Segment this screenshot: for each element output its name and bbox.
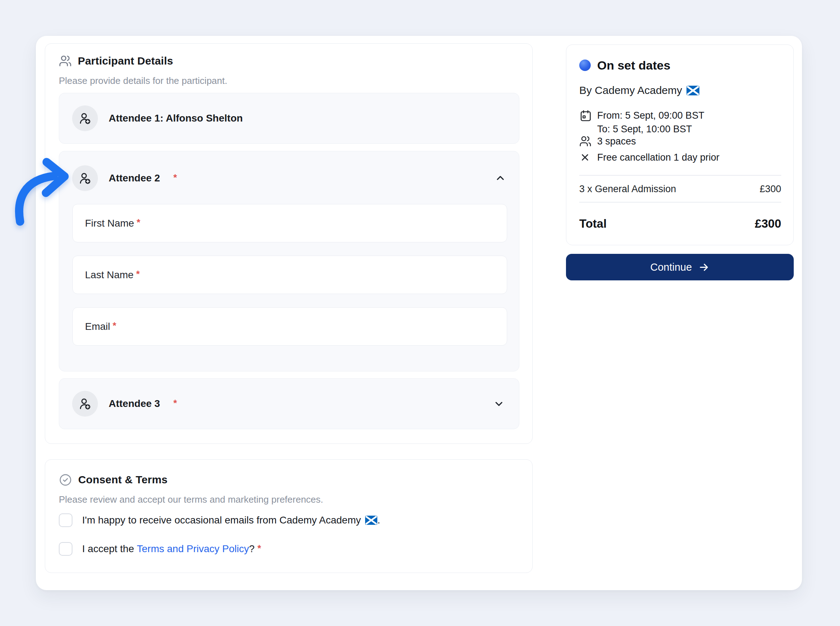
first-name-field[interactable]: First Name * bbox=[72, 204, 507, 243]
user-plus-icon bbox=[72, 391, 98, 416]
required-asterisk: * bbox=[136, 269, 139, 280]
attendee-1-row[interactable]: Attendee 1: Alfonso Shelton bbox=[59, 93, 519, 144]
terms-label-suffix: ? bbox=[249, 543, 257, 555]
users-icon bbox=[59, 55, 72, 67]
total-label: Total bbox=[579, 217, 606, 230]
spaces-text: 3 spaces bbox=[597, 135, 636, 148]
total-price: £300 bbox=[755, 217, 781, 230]
attendee-2-label: Attendee 2 bbox=[109, 172, 160, 184]
line-item-label: 3 x General Admission bbox=[579, 183, 676, 195]
arrow-right-icon bbox=[698, 262, 710, 273]
attendee-2-header[interactable]: Attendee 2 * bbox=[72, 165, 506, 191]
terms-consent-row: I accept the Terms and Privacy Policy? * bbox=[59, 541, 261, 556]
attendee-1-label: Attendee 1: Alfonso Shelton bbox=[109, 113, 243, 124]
event-date-from: From: 5 Sept, 09:00 BST bbox=[597, 109, 704, 122]
chevron-down-icon[interactable] bbox=[493, 398, 505, 410]
attendee-3-label: Attendee 3 bbox=[109, 398, 160, 410]
consent-terms-title: Consent & Terms bbox=[78, 474, 168, 486]
required-asterisk: * bbox=[257, 543, 261, 554]
participant-details-title: Participant Details bbox=[78, 55, 173, 67]
chevron-up-icon[interactable] bbox=[495, 172, 506, 184]
attendee-3-row[interactable]: Attendee 3 * bbox=[59, 378, 519, 429]
user-plus-icon bbox=[72, 165, 98, 191]
organizer-name: By Cademy Academy bbox=[579, 84, 682, 97]
event-date-to: To: 5 Sept, 10:00 BST bbox=[597, 122, 704, 136]
marketing-checkbox[interactable] bbox=[59, 513, 72, 527]
email-label: Email bbox=[85, 321, 110, 332]
curved-arrow-icon bbox=[6, 149, 75, 235]
required-asterisk: * bbox=[173, 398, 177, 409]
last-name-label: Last Name bbox=[85, 269, 133, 281]
users-icon bbox=[579, 135, 591, 147]
event-dates: From: 5 Sept, 09:00 BST To: 5 Sept, 10:0… bbox=[597, 109, 704, 136]
required-asterisk: * bbox=[173, 172, 177, 183]
organizer-line: By Cademy Academy bbox=[579, 83, 699, 97]
participant-details-section: Participant Details Please provide detai… bbox=[45, 43, 533, 444]
event-summary-card: On set dates By Cademy Academy From: 5 S… bbox=[566, 44, 794, 245]
marketing-consent-row: I'm happy to receive occasional emails f… bbox=[59, 513, 380, 528]
x-icon bbox=[579, 152, 591, 163]
required-asterisk: * bbox=[113, 320, 116, 331]
terms-label-prefix: I accept the bbox=[82, 543, 137, 555]
event-title-row: On set dates bbox=[579, 58, 670, 73]
divider bbox=[579, 175, 781, 176]
circle-check-icon bbox=[59, 473, 72, 487]
continue-button[interactable]: Continue bbox=[566, 254, 794, 280]
scotland-flag-icon bbox=[686, 86, 699, 95]
terms-privacy-link[interactable]: Terms and Privacy Policy bbox=[137, 543, 249, 555]
marketing-label: I'm happy to receive occasional emails f… bbox=[82, 515, 380, 526]
blue-circle-icon bbox=[579, 59, 591, 71]
continue-label: Continue bbox=[650, 261, 692, 273]
divider bbox=[579, 202, 781, 203]
line-item-row: 3 x General Admission £300 bbox=[579, 182, 781, 196]
last-name-field[interactable]: Last Name * bbox=[72, 256, 507, 294]
participant-details-subtitle: Please provide details for the participa… bbox=[59, 75, 227, 86]
event-title: On set dates bbox=[597, 58, 670, 72]
scotland-flag-icon bbox=[365, 516, 377, 525]
marketing-label-period: . bbox=[377, 515, 380, 526]
line-item-price: £300 bbox=[760, 183, 781, 195]
booking-page-container: Participant Details Please provide detai… bbox=[36, 36, 802, 590]
marketing-label-text: I'm happy to receive occasional emails f… bbox=[82, 515, 361, 526]
terms-checkbox[interactable] bbox=[59, 542, 72, 556]
user-plus-icon bbox=[72, 105, 98, 131]
email-field[interactable]: Email * bbox=[72, 307, 507, 346]
attendee-2-panel: Attendee 2 * First Name * Last Name * Em… bbox=[59, 151, 519, 371]
first-name-label: First Name bbox=[85, 218, 134, 229]
calendar-icon bbox=[579, 110, 592, 122]
consent-terms-section: Consent & Terms Please review and accept… bbox=[45, 459, 533, 573]
required-asterisk: * bbox=[137, 217, 140, 228]
consent-terms-header: Consent & Terms bbox=[59, 472, 168, 488]
total-row: Total £300 bbox=[579, 216, 781, 231]
terms-label: I accept the Terms and Privacy Policy? * bbox=[82, 543, 261, 555]
cancellation-text: Free cancellation 1 day prior bbox=[597, 151, 719, 164]
consent-terms-subtitle: Please review and accept our terms and m… bbox=[59, 494, 323, 505]
participant-details-header: Participant Details bbox=[59, 53, 173, 69]
